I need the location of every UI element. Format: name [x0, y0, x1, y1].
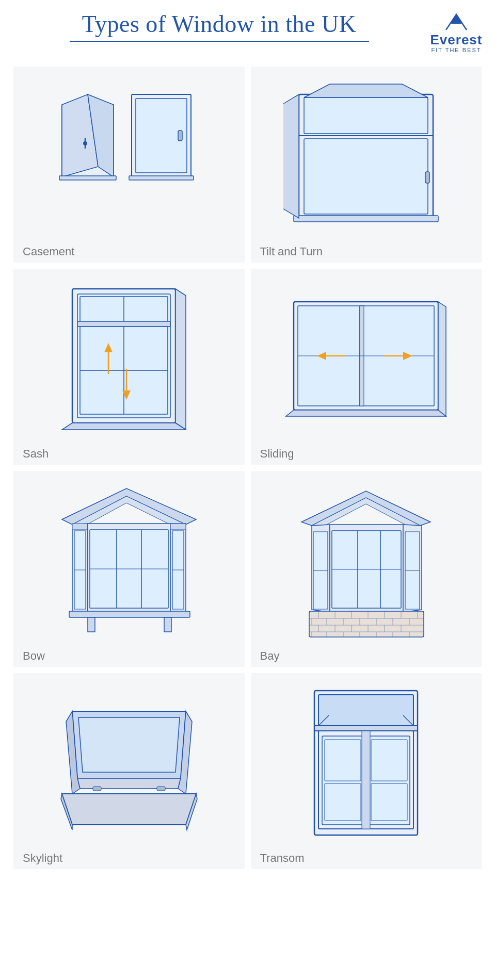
svg-rect-16: [304, 139, 428, 214]
logo-tagline: FIT THE BEST: [432, 47, 482, 53]
svg-rect-10: [129, 176, 194, 180]
svg-rect-121: [314, 726, 418, 731]
svg-rect-115: [93, 787, 101, 791]
tilt-turn-illustration: [258, 73, 475, 240]
svg-marker-17: [283, 94, 299, 218]
header: Types of Window in the UK Everest FIT TH…: [0, 0, 495, 58]
bay-svg: [283, 478, 449, 643]
svg-rect-13: [304, 97, 428, 134]
svg-marker-107: [62, 794, 196, 825]
svg-marker-63: [301, 491, 430, 526]
svg-marker-48: [72, 524, 88, 530]
bay-label: Bay: [258, 649, 280, 663]
sliding-cell: Sliding: [251, 269, 482, 465]
svg-point-5: [83, 141, 87, 145]
svg-rect-9: [178, 130, 182, 141]
svg-rect-18: [425, 172, 429, 183]
svg-marker-34: [286, 410, 446, 416]
bay-cell: Bay: [251, 471, 482, 667]
svg-marker-111: [78, 717, 180, 772]
bow-svg: [46, 478, 212, 643]
page-title: Types of Window in the UK: [10, 10, 428, 38]
bay-illustration: [258, 477, 475, 644]
casement-illustration: [21, 73, 237, 240]
svg-marker-20: [175, 289, 186, 430]
skylight-svg: [46, 680, 212, 845]
sash-cell: Sash: [13, 269, 245, 465]
sash-label: Sash: [21, 447, 49, 461]
casement-svg: [46, 79, 212, 234]
everest-mountain-icon: [441, 12, 472, 31]
svg-marker-57: [170, 524, 186, 530]
svg-rect-62: [164, 617, 171, 632]
tilt-turn-cell: Tilt and Turn: [251, 67, 482, 263]
casement-label: Casement: [21, 245, 74, 258]
transom-illustration: [258, 679, 475, 846]
bow-label: Bow: [21, 649, 45, 663]
skylight-label: Skylight: [21, 852, 62, 865]
svg-rect-60: [69, 611, 190, 617]
transom-cell: Transom: [251, 673, 482, 869]
svg-rect-76: [309, 611, 424, 637]
transom-label: Transom: [258, 852, 305, 865]
svg-rect-61: [88, 617, 95, 632]
sash-svg: [46, 281, 212, 436]
skylight-cell: Skylight: [13, 673, 245, 869]
page: Types of Window in the UK Everest FIT TH…: [0, 0, 495, 883]
sliding-label: Sliding: [258, 447, 294, 461]
bow-cell: Bow: [13, 471, 245, 667]
svg-rect-25: [77, 321, 170, 326]
tilt-turn-label: Tilt and Turn: [258, 245, 323, 258]
skylight-illustration: [21, 679, 237, 846]
window-grid: Casement: [0, 58, 495, 883]
svg-marker-35: [438, 302, 446, 416]
svg-rect-118: [318, 695, 413, 726]
svg-rect-126: [369, 736, 410, 825]
svg-rect-129: [362, 731, 370, 829]
bow-illustration: [21, 477, 237, 644]
sash-illustration: [21, 275, 237, 442]
transom-svg: [283, 680, 449, 845]
casement-cell: Casement: [13, 67, 245, 263]
logo: Everest FIT THE BEST: [428, 12, 485, 53]
svg-rect-12: [294, 216, 438, 222]
svg-rect-123: [322, 736, 363, 825]
svg-marker-14: [304, 84, 428, 97]
svg-rect-116: [157, 787, 165, 791]
title-underline: [70, 41, 369, 42]
svg-rect-6: [59, 176, 116, 180]
svg-marker-21: [62, 423, 186, 430]
sliding-svg: [283, 281, 449, 436]
sliding-illustration: [258, 275, 475, 442]
logo-name: Everest: [430, 32, 483, 48]
tilt-turn-svg: [283, 79, 449, 234]
